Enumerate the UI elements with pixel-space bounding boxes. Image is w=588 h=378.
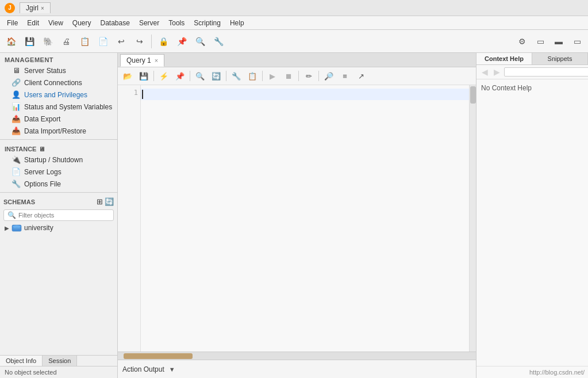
menu-file[interactable]: File — [2, 18, 22, 28]
sidebar-item-options-file[interactable]: 🔧 Options File — [0, 178, 117, 190]
url-bar: http://blog.csdn.net/ — [476, 366, 588, 378]
q-pencil[interactable]: ✏ — [301, 69, 316, 83]
schema-university-item[interactable]: ▶ university — [0, 222, 117, 234]
main-tab[interactable]: Jgirl × — [20, 2, 51, 13]
action-output-dropdown-icon[interactable]: ▼ — [169, 366, 175, 373]
sidebar-label-data-export: Data Export — [24, 115, 60, 123]
sidebar-label-options-file: Options File — [24, 180, 61, 188]
menu-view[interactable]: View — [44, 18, 68, 28]
sidebar-item-server-status[interactable]: 🖥 Server Status — [0, 64, 117, 77]
query-area: Query 1 × 📂 💾 ⚡ 📌 🔍 🔄 🔧 📋 ▶ ⏹ ✏ 🔎 ≡ — [118, 53, 476, 378]
q-format[interactable]: ≡ — [337, 69, 352, 83]
q-open-file[interactable]: 📂 — [120, 69, 135, 83]
tab-context-help[interactable]: Context Help — [476, 53, 532, 64]
instance-monitor-icon: 🖥 — [39, 146, 45, 152]
q-execute-sel[interactable]: 📌 — [172, 69, 187, 83]
tab-label: Jgirl — [26, 4, 39, 12]
menu-edit[interactable]: Edit — [22, 18, 44, 28]
app-icon: J — [5, 3, 15, 13]
menu-scripting[interactable]: Scripting — [189, 18, 225, 28]
sidebar-divider-1 — [0, 139, 117, 140]
sidebar-item-data-export[interactable]: 📤 Data Export — [0, 113, 117, 125]
right-panel: Context Help Snippets ◀ ▶ No Context Hel… — [476, 53, 588, 378]
object-info-panel: Object Info Session No object selected — [0, 355, 117, 378]
toolbar-print[interactable]: 🖨 — [57, 33, 75, 50]
sidebar-label-data-import: Data Import/Restore — [24, 127, 86, 135]
startup-shutdown-icon: 🔌 — [11, 155, 21, 164]
query-tab-close[interactable]: × — [155, 57, 158, 64]
instance-section-label: INSTANCE 🖥 — [0, 142, 117, 154]
q-refresh[interactable]: 🔄 — [209, 69, 224, 83]
q-execute[interactable]: ⚡ — [156, 69, 171, 83]
toolbar-search[interactable]: 🔍 — [191, 33, 209, 50]
menu-server[interactable]: Server — [134, 18, 164, 28]
q-expand[interactable]: ↗ — [353, 69, 368, 83]
tab-object-info[interactable]: Object Info — [0, 356, 43, 366]
instance-label-text: INSTANCE — [5, 146, 36, 152]
toolbar-home[interactable]: 🏠 — [2, 33, 20, 50]
q-search[interactable]: 🔎 — [321, 69, 336, 83]
toolbar-open[interactable]: 🐘 — [39, 33, 56, 50]
toolbar-undo[interactable]: ↩ — [113, 33, 130, 50]
query-tab-label: Query 1 — [126, 56, 151, 64]
toolbar-more[interactable]: 🔧 — [210, 33, 227, 50]
back-button: ◀ — [480, 67, 490, 77]
right-panel-nav: ◀ ▶ — [476, 65, 588, 79]
sidebar-label-status-variables: Status and System Variables — [24, 103, 112, 111]
sidebar-item-server-logs[interactable]: 📄 Server Logs — [0, 166, 117, 178]
toolbar-settings[interactable]: ⚙ — [513, 33, 531, 50]
users-privileges-icon: 👤 — [11, 90, 21, 99]
toolbar-copy[interactable]: 📋 — [76, 33, 93, 50]
action-output-label: Action Output — [122, 365, 164, 373]
q-sep-1 — [153, 71, 154, 81]
schema-db-icon — [11, 224, 22, 232]
q-find[interactable]: 🔍 — [193, 69, 207, 83]
toolbar-save[interactable]: 💾 — [21, 33, 38, 50]
vertical-scrollbar[interactable] — [469, 85, 476, 352]
sidebar-item-status-variables[interactable]: 📊 Status and System Variables — [0, 101, 117, 113]
q-sep-2 — [190, 71, 190, 81]
menu-database[interactable]: Database — [96, 18, 134, 28]
schemas-expand-icon[interactable]: ⊞ — [97, 197, 103, 206]
schemas-refresh-icon[interactable]: 🔄 — [105, 197, 114, 206]
query-textarea[interactable] — [141, 85, 469, 352]
sidebar-item-data-import[interactable]: 📥 Data Import/Restore — [0, 125, 117, 137]
toolbar-paste[interactable]: 📄 — [94, 33, 112, 50]
editor-area — [141, 85, 469, 352]
tab-close-icon[interactable]: × — [41, 5, 44, 12]
sidebar-label-users-privileges: Users and Privileges — [24, 91, 87, 99]
sidebar-item-users-privileges[interactable]: 👤 Users and Privileges — [0, 89, 117, 101]
menu-query[interactable]: Query — [68, 18, 96, 28]
toolbar-layout1[interactable]: ▭ — [532, 33, 549, 50]
context-search-input[interactable] — [504, 67, 588, 77]
toolbar-layout2[interactable]: ▬ — [550, 33, 567, 50]
sidebar-label-startup-shutdown: Startup / Shutdown — [24, 156, 83, 164]
query-toolbar: 📂 💾 ⚡ 📌 🔍 🔄 🔧 📋 ▶ ⏹ ✏ 🔎 ≡ ↗ — [118, 67, 476, 85]
object-info-content: No object selected — [0, 366, 117, 378]
toolbar-pin[interactable]: 📌 — [173, 33, 190, 50]
sidebar-item-startup-shutdown[interactable]: 🔌 Startup / Shutdown — [0, 154, 117, 166]
management-section-label: MANAGEMENT — [0, 53, 117, 64]
menu-tools[interactable]: Tools — [164, 18, 189, 28]
toolbar-lock[interactable]: 🔒 — [155, 33, 172, 50]
data-export-icon: 📤 — [11, 114, 21, 123]
right-panel-tabs: Context Help Snippets — [476, 53, 588, 65]
q-sep-5 — [298, 71, 299, 81]
q-save[interactable]: 💾 — [136, 69, 151, 83]
server-status-icon: 🖥 — [11, 66, 21, 75]
q-explain[interactable]: 🔧 — [229, 69, 244, 83]
query-tab-1[interactable]: Query 1 × — [120, 54, 164, 67]
sidebar-item-client-connections[interactable]: 🔗 Client Connections — [0, 77, 117, 89]
filter-input[interactable] — [18, 212, 110, 219]
filter-search-icon: 🔍 — [7, 211, 16, 219]
h-scroll-area[interactable] — [118, 352, 476, 360]
q-grid[interactable]: 📋 — [245, 69, 260, 83]
no-context-help-text: No Context Help — [476, 79, 588, 97]
toolbar-redo[interactable]: ↪ — [131, 33, 148, 50]
q-sep-4 — [262, 71, 263, 81]
tab-snippets[interactable]: Snippets — [532, 53, 588, 64]
tab-session[interactable]: Session — [43, 356, 77, 366]
q-stop: ⏹ — [281, 69, 296, 83]
menu-help[interactable]: Help — [225, 18, 249, 28]
toolbar-layout3[interactable]: ▭ — [568, 33, 586, 50]
